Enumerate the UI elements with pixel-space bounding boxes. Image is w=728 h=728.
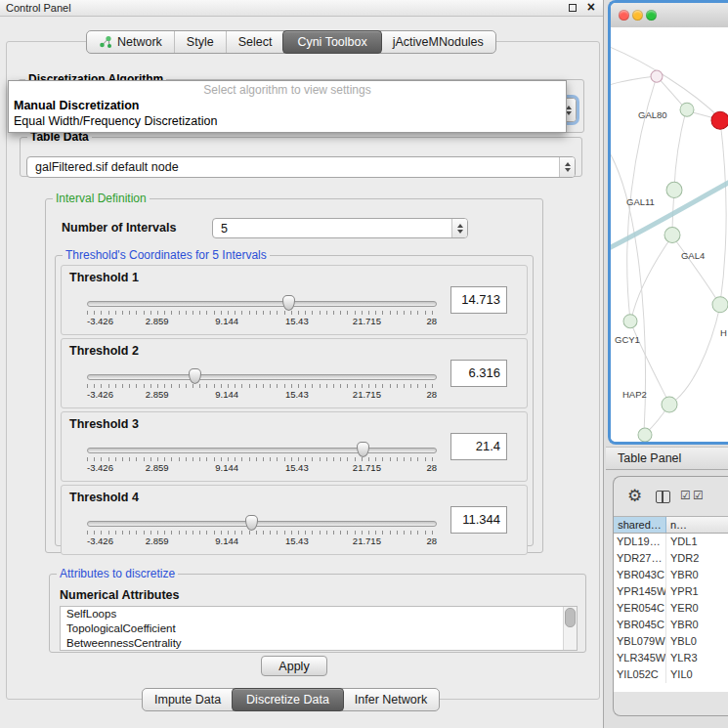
network-canvas[interactable]: GAL80GAL11GAL4GCY1HHAP2 [611,27,728,442]
cell-name[interactable]: YBR0 [666,617,728,633]
cell-shared-name[interactable]: YPR145W [614,583,666,600]
cell-name[interactable]: YBR0 [666,567,728,583]
network-edge[interactable] [611,45,720,118]
network-edge[interactable] [720,120,726,303]
network-node[interactable] [623,315,637,328]
dropdown-option-manual-discretization[interactable]: Manual Discretization [9,98,566,113]
table-row[interactable]: YER054CYER0 [614,600,728,617]
zoom-traffic-light-icon[interactable] [646,10,657,21]
cell-name[interactable]: YLR3 [666,650,728,666]
tab-jactivemnodules[interactable]: jActiveMNodules [381,31,495,53]
slider-track[interactable] [87,301,437,307]
tick-label: 2.859 [146,462,169,473]
number-of-intervals-combobox[interactable]: 5 [212,218,468,238]
threshold-value[interactable]: 11.344 [450,506,507,534]
cell-name[interactable]: YIL0 [666,666,728,683]
checkbox-icon[interactable]: ☑ [693,489,704,502]
cell-shared-name[interactable]: YBL079W [614,633,666,650]
network-node[interactable] [651,70,663,82]
cell-name[interactable]: YDL1 [666,534,728,550]
cell-shared-name[interactable]: YDR27… [614,550,666,567]
threshold-value[interactable]: 14.713 [450,286,507,314]
table-body[interactable]: YDL19…YDL1YDR27…YDR2YBR043CYBR0YPR145WYP… [614,534,728,692]
threshold-slider[interactable] [87,301,437,307]
numerical-attributes-list[interactable]: SelfLoopsTopologicalCoefficientBetweenne… [60,606,578,651]
attribute-list-item[interactable]: TopologicalCoefficient [61,621,577,636]
table-row[interactable]: YIL052CYIL0 [614,666,728,683]
cell-shared-name[interactable]: YIL052C [614,666,666,683]
table-row[interactable]: YDR27…YDR2 [614,550,728,567]
network-edge[interactable] [611,76,656,86]
network-node[interactable] [711,111,728,129]
float-window-icon[interactable] [569,4,577,12]
table-row[interactable]: YDL19…YDL1 [614,534,728,550]
network-window-titlebar[interactable] [611,3,728,28]
scrollbar[interactable] [563,607,577,650]
top-tab-bar: Network Style Select Cyni Toolbox jActiv… [86,30,496,54]
threshold-slider[interactable] [87,374,437,380]
columns-icon[interactable] [656,491,670,503]
stepper-icon[interactable] [559,157,575,177]
gear-icon[interactable]: ⚙ [627,486,642,506]
attribute-list-item[interactable]: BetweennessCentrality [61,636,577,651]
network-edge[interactable] [657,76,686,109]
attribute-list-item[interactable]: SelfLoops [61,607,577,621]
tab-style[interactable]: Style [174,31,226,53]
threshold-value[interactable]: 6.316 [450,360,507,387]
cell-name[interactable]: YPR1 [666,583,728,600]
tick-label: 2.859 [146,316,169,326]
close-icon[interactable]: × [587,0,595,15]
slider-thumb[interactable] [282,295,295,311]
network-node[interactable] [712,297,728,313]
table-row[interactable]: YBL079WYBL0 [614,633,728,650]
cell-shared-name[interactable]: YBR043C [614,567,666,583]
slider-thumb[interactable] [189,368,201,384]
checkbox-icon[interactable]: ☑ [680,489,691,502]
network-node[interactable] [664,227,680,242]
network-svg[interactable]: GAL80GAL11GAL4GCY1HHAP2 [611,27,728,442]
tab-impute-data[interactable]: Impute Data [143,689,233,710]
network-edge[interactable] [674,110,686,189]
minimize-traffic-light-icon[interactable] [632,10,643,21]
stepper-icon[interactable] [451,219,467,237]
slider-track[interactable] [87,521,437,527]
tab-network[interactable]: Network [87,31,174,53]
network-edge[interactable] [669,306,720,405]
cell-name[interactable]: YDR2 [666,550,728,567]
slider-thumb[interactable] [357,442,369,457]
network-node[interactable] [666,182,682,197]
tab-select[interactable]: Select [226,31,284,53]
cell-name[interactable]: YER0 [666,600,728,617]
table-row[interactable]: YPR145WYPR1 [614,583,728,600]
slider-track[interactable] [87,448,437,453]
column-header-shared-name[interactable]: shared… [614,517,666,533]
column-header-name[interactable]: n… [666,517,728,533]
cell-shared-name[interactable]: YDL19… [614,534,666,550]
threshold-slider[interactable] [87,521,437,527]
control-panel-titlebar[interactable]: Control Panel × [0,0,603,17]
table-data-combobox[interactable]: galFiltered.sif default node [26,156,576,178]
dropdown-option-equal-width-frequency[interactable]: Equal Width/Frequency Discretization [9,113,566,129]
network-node[interactable] [638,428,652,442]
network-edge[interactable] [631,236,672,320]
threshold-value[interactable]: 21.4 [450,433,507,460]
tab-infer-network[interactable]: Infer Network [343,689,439,710]
slider-track[interactable] [87,374,437,380]
apply-button[interactable]: Apply [261,656,327,676]
cell-shared-name[interactable]: YBR045C [614,617,666,633]
threshold-slider[interactable] [87,448,437,453]
tab-cyni-toolbox[interactable]: Cyni Toolbox [282,30,381,54]
table-row[interactable]: YBR043CYBR0 [614,567,728,583]
cell-shared-name[interactable]: YLR345W [614,650,666,666]
close-traffic-light-icon[interactable] [619,10,629,21]
cell-shared-name[interactable]: YER054C [614,600,666,617]
table-row[interactable]: YLR345WYLR3 [614,650,728,666]
table-row[interactable]: YBR045CYBR0 [614,617,728,633]
scrollbar-thumb[interactable] [565,608,576,627]
tab-discretize-data[interactable]: Discretize Data [232,688,344,711]
slider-thumb[interactable] [245,515,258,531]
cell-name[interactable]: YBL0 [666,633,728,650]
network-edge[interactable] [672,236,719,304]
network-node[interactable] [680,103,694,116]
network-node[interactable] [662,397,677,412]
